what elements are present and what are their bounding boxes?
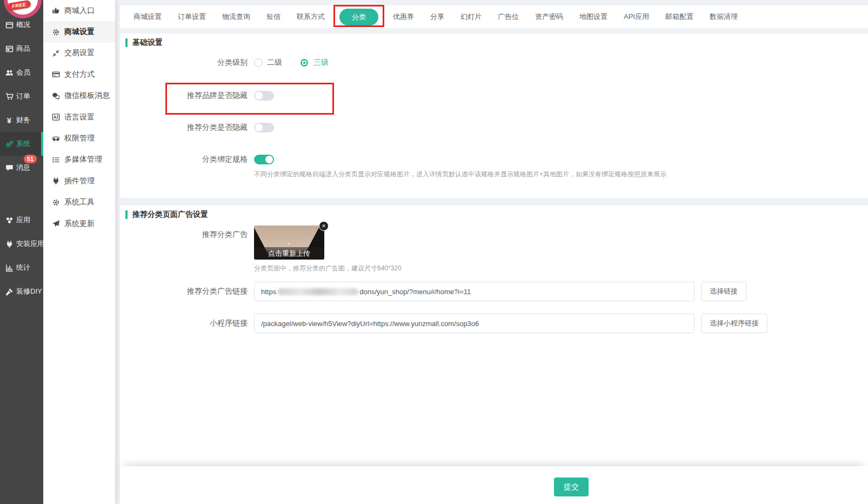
messages-count-badge: 51 xyxy=(24,155,37,163)
level3-radio-label[interactable]: 三级 xyxy=(313,58,329,68)
tab-ad-slot[interactable]: 广告位 xyxy=(490,12,527,22)
submenu-item-media-manage[interactable]: 多媒体管理 xyxy=(43,149,115,170)
submenu-item-trade-settings[interactable]: 交易设置 xyxy=(43,43,115,64)
mall-settings-icon xyxy=(51,28,60,36)
tab-category[interactable]: 分类 xyxy=(339,9,378,25)
submenu-item-mall-settings[interactable]: 商城设置 xyxy=(43,21,115,42)
ad-link-row: 推荐分类广告链接 https dons/yun_shop/?menu#/home… xyxy=(120,282,746,301)
submit-button[interactable]: 提交 xyxy=(554,478,589,496)
select-link-button[interactable]: 选择链接 xyxy=(701,282,746,301)
submenu-item-label: 语言设置 xyxy=(64,112,95,122)
primary-sidebar: FREE 概况 商品 会员 订单 ¥ 财务 xyxy=(0,0,43,504)
sidebar-item-apps[interactable]: 应用 xyxy=(0,208,43,232)
tab-contact[interactable]: 联系方式 xyxy=(289,12,333,22)
sidebar-item-label: 安装应用 xyxy=(16,239,43,249)
sidebar-item-overview[interactable]: 概况 xyxy=(0,13,43,37)
mini-program-link-input[interactable]: /packagel/web-view/h5View?diyUrl=https:/… xyxy=(254,314,695,333)
submenu-item-label: 商城入口 xyxy=(64,6,95,16)
level3-radio[interactable] xyxy=(301,59,308,67)
tab-order-settings[interactable]: 订单设置 xyxy=(170,12,214,22)
sidebar-item-install-apps[interactable]: 安装应用 xyxy=(0,232,43,256)
sidebar-item-messages[interactable]: 消息 51 xyxy=(0,156,43,180)
tab-share[interactable]: 分享 xyxy=(422,12,452,22)
ad-image-upload[interactable]: 点击重新上传 ✕ xyxy=(254,226,324,260)
sidebar-item-system[interactable]: 系统 xyxy=(0,132,43,156)
select-mini-program-link-button[interactable]: 选择小程序链接 xyxy=(701,314,767,333)
members-icon xyxy=(5,68,14,77)
submenu-item-plugin-manage[interactable]: 插件管理 xyxy=(43,170,115,191)
tab-email-config[interactable]: 邮箱配置 xyxy=(657,12,702,22)
bind-spec-toggle[interactable] xyxy=(254,155,274,164)
submenu-item-label: 权限管理 xyxy=(64,134,95,143)
category-level-row: 分类级别 二级 三级 xyxy=(120,55,329,70)
hide-brand-toggle[interactable] xyxy=(254,91,274,101)
mall-entrance-icon xyxy=(51,6,60,15)
hide-category-label: 推荐分类是否隐藏 xyxy=(120,123,248,132)
submenu-item-language-settings[interactable]: 语言设置 xyxy=(43,107,115,128)
remove-image-icon[interactable]: ✕ xyxy=(319,221,329,231)
ad-link-prefix: https xyxy=(261,288,276,296)
ad-image-help-text: 分类页面中，推荐分类的广告图，建议尺寸640*320 xyxy=(254,264,402,273)
ad-link-label: 推荐分类广告链接 xyxy=(120,287,248,296)
hide-category-toggle[interactable] xyxy=(254,123,274,132)
decorate-diy-icon xyxy=(5,287,14,296)
submenu-item-mall-entrance[interactable]: 商城入口 xyxy=(43,0,115,21)
goods-icon xyxy=(5,44,14,53)
install-apps-icon xyxy=(5,240,14,248)
ad-link-input[interactable]: https dons/yun_shop/?menu#/home?i=11 xyxy=(254,282,695,301)
finance-icon: ¥ xyxy=(5,116,14,124)
submenu-item-label: 微信模板消息 xyxy=(64,91,110,101)
submenu-item-system-tools[interactable]: 系统工具 xyxy=(43,192,115,213)
plugin-manage-icon xyxy=(51,177,60,185)
tab-sms[interactable]: 短信 xyxy=(258,12,289,22)
footer-bar: 提交 xyxy=(120,466,868,504)
sidebar-item-members[interactable]: 会员 xyxy=(0,61,43,84)
tab-slideshow[interactable]: 幻灯片 xyxy=(452,12,490,22)
system-update-icon xyxy=(51,220,60,228)
tab-map-settings[interactable]: 地图设置 xyxy=(571,12,616,22)
redacted-url-segment xyxy=(277,288,358,295)
mini-program-link-label: 小程序链接 xyxy=(120,319,248,328)
reupload-overlay[interactable]: 点击重新上传 xyxy=(254,247,324,260)
sidebar-item-orders[interactable]: 订单 xyxy=(0,84,43,108)
statistics-icon xyxy=(5,263,14,272)
sidebar-item-label: 财务 xyxy=(16,115,30,125)
hide-brand-label: 推荐品牌是否隐藏 xyxy=(120,91,248,101)
bind-spec-row: 分类绑定规格 xyxy=(120,152,274,167)
sidebar-item-label: 统计 xyxy=(16,263,30,273)
category-settings-panel: 基础设置 分类级别 二级 三级 推荐品牌是否隐藏 推荐分类是否隐藏 分类绑定规格 xyxy=(120,34,868,466)
section-divider xyxy=(120,198,868,205)
submenu-item-payment-methods[interactable]: 支付方式 xyxy=(43,64,115,85)
secondary-sidebar: 商城入口 商城设置 交易设置 支付方式 微信模板消息 语言设置 权限管理 xyxy=(43,0,115,504)
sidebar-item-goods[interactable]: 商品 xyxy=(0,37,43,61)
section-accent-bar xyxy=(125,38,128,47)
sidebar-item-statistics[interactable]: 统计 xyxy=(0,256,43,280)
ad-image-row: 推荐分类广告 点击重新上传 ✕ xyxy=(120,226,324,260)
tab-data-clean[interactable]: 数据清理 xyxy=(702,12,746,22)
permissions-icon xyxy=(51,134,60,143)
submenu-item-permissions[interactable]: 权限管理 xyxy=(43,128,115,149)
orders-icon xyxy=(5,92,14,101)
tab-api-app[interactable]: API应用 xyxy=(616,12,657,22)
level2-radio[interactable] xyxy=(254,58,263,67)
submenu-item-wechat-template[interactable]: 微信模板消息 xyxy=(43,85,115,107)
sidebar-item-label: 消息 xyxy=(16,163,30,173)
system-icon xyxy=(5,140,14,148)
app-window: FREE 概况 商品 会员 订单 ¥ 财务 xyxy=(0,0,868,504)
mini-program-link-row: 小程序链接 /packagel/web-view/h5View?diyUrl=h… xyxy=(120,314,767,333)
apps-icon xyxy=(5,216,14,224)
level2-radio-label[interactable]: 二级 xyxy=(267,58,282,68)
tab-coupon[interactable]: 优惠券 xyxy=(385,12,422,22)
hide-category-row: 推荐分类是否隐藏 xyxy=(120,120,274,135)
sidebar-item-decorate-diy[interactable]: 装修DIY xyxy=(0,280,43,303)
hide-brand-row: 推荐品牌是否隐藏 xyxy=(120,88,274,103)
sidebar-item-finance[interactable]: ¥ 财务 xyxy=(0,108,43,132)
submenu-item-system-update[interactable]: 系统更新 xyxy=(43,213,115,234)
tab-logistics-query[interactable]: 物流查询 xyxy=(214,12,258,22)
tab-mall-settings[interactable]: 商城设置 xyxy=(125,12,170,22)
tab-asset-password[interactable]: 资产密码 xyxy=(527,12,571,22)
submenu-item-label: 系统工具 xyxy=(64,197,95,207)
category-level-label: 分类级别 xyxy=(120,58,248,68)
sidebar-item-label: 应用 xyxy=(16,215,30,225)
primary-nav: 概况 商品 会员 订单 ¥ 财务 系统 xyxy=(0,13,43,303)
